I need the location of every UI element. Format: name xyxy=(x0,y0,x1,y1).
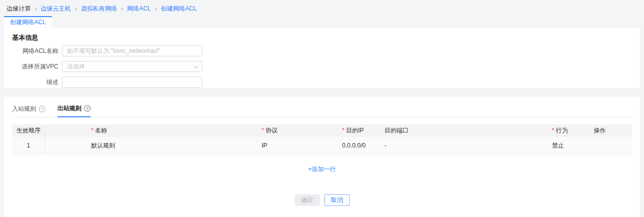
form-row-vpc: 选择所属VPC 请选择 xyxy=(12,61,640,72)
row-order: 1 xyxy=(12,137,45,154)
breadcrumb-separator: > xyxy=(121,7,123,12)
header-protocol: *协议 xyxy=(262,126,342,135)
header-order: 生效顺序 xyxy=(12,124,45,137)
inbound-tab-label: 入站规则 xyxy=(12,105,36,113)
breadcrumb-separator: > xyxy=(74,7,77,12)
row-protocol: IP xyxy=(262,142,342,149)
row-name: 默认规则 xyxy=(45,141,262,150)
form-row-acl-name: 网络ACL名称 xyxy=(12,45,640,56)
required-marker: * xyxy=(262,127,264,134)
description-input[interactable] xyxy=(62,77,202,88)
acl-name-label: 网络ACL名称 xyxy=(12,47,58,55)
rules-tab-bar: 入站规则 ? 出站规则 ? xyxy=(12,104,632,117)
rules-table: 生效顺序 *名称 *协议 *目的IP 目的端口 *行为 操作 1 默认规则 IP… xyxy=(12,124,632,155)
breadcrumb-item-edge-computing: 边缘计算 xyxy=(7,5,31,13)
cancel-button[interactable]: 取消 xyxy=(325,194,350,206)
acl-name-input[interactable] xyxy=(62,45,202,56)
tab-outbound-rules[interactable]: 出站规则 ? xyxy=(57,104,91,117)
rules-panel: 入站规则 ? 出站规则 ? 生效顺序 *名称 *协议 *目的IP 目的端口 *行… xyxy=(4,97,640,217)
chevron-down-icon xyxy=(194,63,199,68)
basic-info-panel: 基本信息 网络ACL名称 选择所属VPC 请选择 描述 xyxy=(4,28,640,88)
description-label: 描述 xyxy=(12,78,58,87)
vpc-select[interactable]: 请选择 xyxy=(62,61,202,72)
inbound-help-icon[interactable]: ? xyxy=(39,106,45,112)
basic-info-title: 基本信息 xyxy=(12,33,640,42)
header-dest-ip: *目的IP xyxy=(342,126,384,135)
header-operation: 操作 xyxy=(594,126,632,135)
outbound-tab-label: 出站规则 xyxy=(57,104,82,113)
outbound-help-icon[interactable]: ? xyxy=(84,105,91,112)
header-name: *名称 xyxy=(45,126,262,135)
required-marker: * xyxy=(342,127,345,134)
header-action: *行为 xyxy=(552,126,594,135)
breadcrumb-separator: > xyxy=(34,7,37,12)
breadcrumb-item-edge-host[interactable]: 边缘云主机 xyxy=(41,5,71,13)
breadcrumb-item-create-acl[interactable]: 创建网络ACL xyxy=(161,5,197,13)
row-action: 禁止 xyxy=(552,141,594,150)
confirm-button[interactable]: 确定 xyxy=(295,194,320,206)
required-marker: * xyxy=(552,127,554,134)
header-dest-port: 目的端口 xyxy=(384,126,552,135)
form-row-description: 描述 xyxy=(12,77,640,88)
row-dest-port: - xyxy=(384,142,552,149)
add-row-link[interactable]: +添加一行 xyxy=(308,166,336,173)
breadcrumb-separator: > xyxy=(154,7,157,12)
footer-buttons: 确定 取消 xyxy=(4,194,640,206)
required-marker: * xyxy=(91,127,94,134)
table-row: 1 默认规则 IP 0.0.0.0/0 - 禁止 xyxy=(12,137,632,155)
tab-inbound-rules[interactable]: 入站规则 ? xyxy=(12,105,45,117)
vpc-select-placeholder: 请选择 xyxy=(67,62,85,71)
breadcrumb-item-network-acl[interactable]: 网络ACL xyxy=(127,5,151,13)
add-row-container: +添加一行 xyxy=(4,164,640,174)
tab-create-network-acl[interactable]: 创建网络ACL xyxy=(4,16,52,28)
breadcrumb-item-vpc[interactable]: 虚拟私有网络 xyxy=(81,5,117,13)
vpc-label: 选择所属VPC xyxy=(12,62,58,71)
rules-table-header: 生效顺序 *名称 *协议 *目的IP 目的端口 *行为 操作 xyxy=(12,124,632,137)
breadcrumb: 边缘计算 > 边缘云主机 > 虚拟私有网络 > 网络ACL > 创建网络ACL xyxy=(7,5,197,13)
row-dest-ip: 0.0.0.0/0 xyxy=(342,142,384,149)
